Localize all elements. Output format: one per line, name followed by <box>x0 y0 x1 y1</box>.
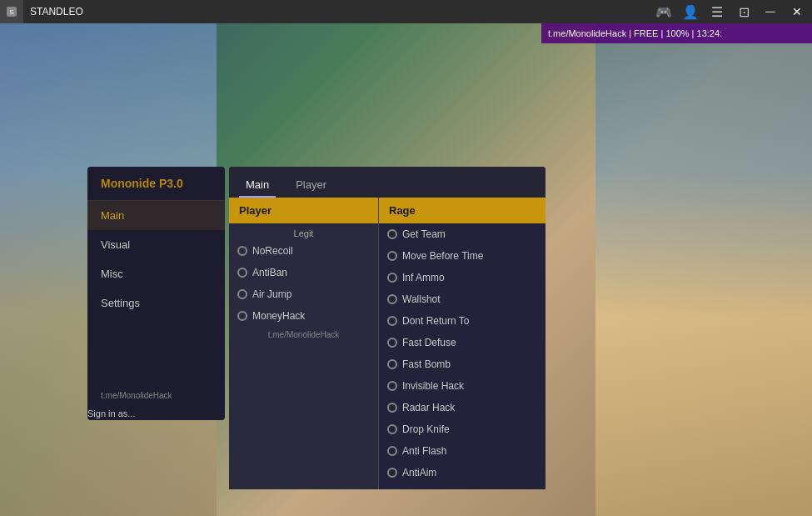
rage-item-move-before-time[interactable]: Move Before Time <box>379 245 545 267</box>
top-bar-text: t.me/MonolideHack | FREE | 100% | 13:24: <box>548 28 722 38</box>
rage-item-wallshot[interactable]: Wallshot <box>379 288 545 310</box>
player-item-moneyhack[interactable]: MoneyHack <box>229 305 378 327</box>
sidebar-item-visual[interactable]: Visual <box>87 230 225 259</box>
sidebar-item-misc[interactable]: Misc <box>87 259 225 288</box>
radio-fast-bomb <box>387 359 397 369</box>
player-item-antiban-label: AntiBan <box>252 267 287 278</box>
rage-item-antiaim[interactable]: AntiAim <box>379 462 545 483</box>
sign-in-area: Sign in as... <box>87 408 135 418</box>
radio-get-team <box>387 229 397 239</box>
rage-item-anti-flash[interactable]: Anti Flash <box>379 440 545 462</box>
player-item-moneyhack-label: MoneyHack <box>252 310 305 322</box>
rage-item-radar-hack-label: Radar Hack <box>402 402 455 413</box>
titlebar-icon: S <box>0 0 23 23</box>
player-section-legit: Legit <box>229 223 378 240</box>
titlebar-controls: 🎮 👤 ☰ ⊡ ─ ✕ <box>652 0 812 23</box>
rage-item-wallshot-label: Wallshot <box>402 293 441 305</box>
rage-item-fast-bomb[interactable]: Fast Bomb <box>379 353 545 375</box>
radio-invisible-hack <box>387 381 397 391</box>
rage-item-get-team[interactable]: Get Team <box>379 223 545 245</box>
tab-bar: Main Player <box>229 167 545 198</box>
titlebar-user-btn[interactable]: 👤 <box>679 0 702 23</box>
rage-column-header: Rage <box>379 198 545 223</box>
radio-move-before-time <box>387 251 397 261</box>
sidebar: Mononide P3.0 Main Visual Misc Settings … <box>87 167 225 420</box>
rage-item-drop-knife-label: Drop Knife <box>402 423 450 435</box>
radio-antiban <box>237 268 247 278</box>
titlebar-close-btn[interactable]: ✕ <box>785 0 809 23</box>
content-area: Player Legit NoRecoil AntiBan Air Jump M… <box>229 198 545 489</box>
tab-player[interactable]: Player <box>289 173 333 198</box>
player-item-norecoil-label: NoRecoil <box>252 245 293 257</box>
radio-anti-flash <box>387 446 397 456</box>
player-item-airjump[interactable]: Air Jump <box>229 283 378 305</box>
sign-in-text: Sign in as... <box>87 408 135 418</box>
titlebar-title: STANDLEO <box>23 6 652 18</box>
titlebar: S STANDLEO 🎮 👤 ☰ ⊡ ─ ✕ <box>0 0 812 23</box>
radio-inf-ammo <box>387 273 397 283</box>
rage-item-get-team-label: Get Team <box>402 228 446 240</box>
radio-airjump <box>237 289 247 299</box>
rage-item-invisible-hack[interactable]: Invisible Hack <box>379 375 545 397</box>
rage-item-drop-knife[interactable]: Drop Knife <box>379 418 545 440</box>
titlebar-menu-btn[interactable]: ☰ <box>705 0 729 23</box>
radio-moneyhack <box>237 311 247 321</box>
rage-item-move-before-time-label: Move Before Time <box>402 250 483 262</box>
rage-item-fast-defuse-label: Fast Defuse <box>402 337 456 348</box>
rage-item-inf-ammo[interactable]: Inf Ammo <box>379 267 545 288</box>
rage-item-fast-bomb-label: Fast Bomb <box>402 358 451 370</box>
radio-norecoil <box>237 246 247 256</box>
radio-fast-defuse <box>387 338 397 348</box>
rage-column: Rage Get Team Move Before Time Inf Ammo … <box>379 198 545 489</box>
rage-item-antiaim-label: AntiAim <box>402 467 436 478</box>
rage-item-fast-defuse[interactable]: Fast Defuse <box>379 332 545 353</box>
player-item-antiban[interactable]: AntiBan <box>229 262 378 283</box>
player-column: Player Legit NoRecoil AntiBan Air Jump M… <box>229 198 379 489</box>
radio-antiaim <box>387 468 397 478</box>
rage-item-dont-return[interactable]: Dont Return To <box>379 310 545 332</box>
sidebar-item-main[interactable]: Main <box>87 201 225 230</box>
rage-item-radar-hack[interactable]: Radar Hack <box>379 397 545 418</box>
main-panel: Main Player Player Legit NoRecoil AntiBa… <box>229 167 545 489</box>
sidebar-brand: Mononide P3.0 <box>87 167 225 201</box>
player-item-airjump-label: Air Jump <box>252 288 291 300</box>
rage-item-invisible-hack-label: Invisible Hack <box>402 380 464 392</box>
radio-dont-return <box>387 316 397 326</box>
player-column-header: Player <box>229 198 378 223</box>
env-building-right <box>595 23 812 516</box>
rage-item-inf-ammo-label: Inf Ammo <box>402 272 445 283</box>
top-bar-overlay: t.me/MonolideHack | FREE | 100% | 13:24: <box>541 23 812 43</box>
player-item-norecoil[interactable]: NoRecoil <box>229 240 378 262</box>
radio-wallshot <box>387 294 397 304</box>
radio-drop-knife <box>387 424 397 434</box>
tab-main[interactable]: Main <box>239 173 276 198</box>
sidebar-footer: t.me/MonolideHack <box>87 384 225 407</box>
svg-text:S: S <box>9 8 13 16</box>
rage-item-anti-flash-label: Anti Flash <box>402 445 446 457</box>
titlebar-minimize-btn[interactable]: ─ <box>759 0 782 23</box>
sidebar-item-settings[interactable]: Settings <box>87 288 225 318</box>
radio-radar-hack <box>387 403 397 413</box>
titlebar-fullscreen-btn[interactable]: ⊡ <box>732 0 755 23</box>
player-col-footer: t.me/MonolideHack <box>229 327 378 343</box>
rage-item-dont-return-label: Dont Return To <box>402 315 470 327</box>
titlebar-gamepad-btn[interactable]: 🎮 <box>652 0 675 23</box>
